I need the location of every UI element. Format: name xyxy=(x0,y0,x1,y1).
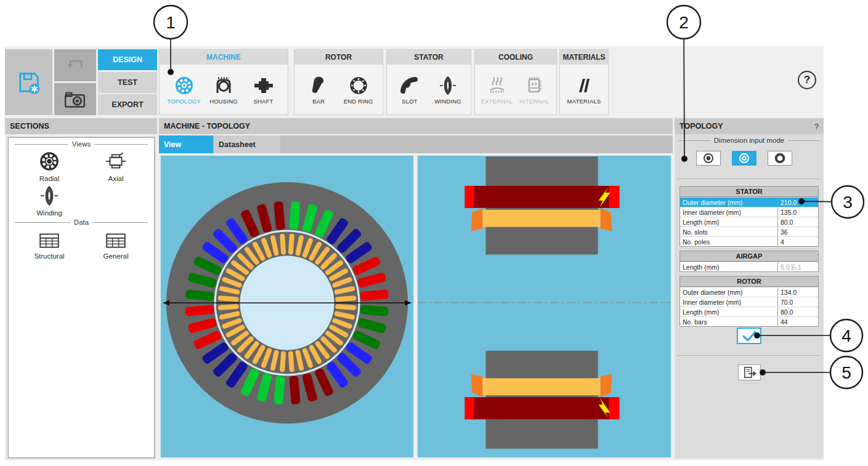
machine-group-title: MACHINE xyxy=(160,50,288,65)
ribbon-item-winding[interactable]: WINDING xyxy=(430,75,466,105)
data-legend: Data xyxy=(15,219,148,226)
row-value[interactable]: 70.0 xyxy=(777,297,818,307)
export-topology-button[interactable] xyxy=(738,364,761,380)
ribbon-group-materials: MATERIALS MATERIALS xyxy=(559,49,609,115)
export-document-icon xyxy=(742,366,758,379)
row-value[interactable]: 4 xyxy=(777,237,818,246)
row-value[interactable]: 80.0 xyxy=(777,307,818,316)
ribbon-item-internal-cooling: INTERNAL xyxy=(516,75,552,105)
table-row[interactable]: Outer diameter (mm)134.0 xyxy=(680,287,818,297)
callout-number: 3 xyxy=(843,193,853,212)
ring-dot-radio-icon xyxy=(739,153,750,164)
save-button[interactable] xyxy=(5,49,52,115)
ribbon-item-slot[interactable]: SLOT xyxy=(392,75,428,105)
rotor-bar-icon xyxy=(308,75,329,96)
arrowhead-right xyxy=(405,300,412,306)
table-title: ROTOR xyxy=(680,276,818,287)
tab-view[interactable]: View xyxy=(159,135,213,153)
row-value[interactable]: 210.0 xyxy=(777,198,818,207)
sidebar-item-label: Axial xyxy=(108,175,124,182)
panel-help-icon[interactable]: ? xyxy=(814,122,819,131)
tab-export[interactable]: EXPORT xyxy=(98,94,157,115)
ribbon-item-label: WINDING xyxy=(434,98,461,105)
topology-panel-header: TOPOLOGY ? xyxy=(675,118,824,134)
row-label: Outer diameter (mm) xyxy=(680,199,777,206)
radial-motor-drawing xyxy=(161,156,413,457)
stator-group-title: STATOR xyxy=(387,50,471,65)
ribbon-item-materials[interactable]: MATERIALS xyxy=(566,75,602,105)
sidebar-item-axial[interactable]: Axial xyxy=(85,150,147,182)
callout-circle xyxy=(830,319,862,352)
ribbon-item-label: SHAFT xyxy=(253,98,273,105)
airgap-table: AIRGAPLength (mm)5.0 E-1 xyxy=(679,251,819,272)
table-row[interactable]: No. bars44 xyxy=(680,316,818,326)
ribbon-group-stator: STATOR SLOT WINDING xyxy=(386,49,471,115)
row-value[interactable]: 135.0 xyxy=(777,207,818,217)
sidebar-item-radial[interactable]: Radial xyxy=(18,150,80,182)
help-button[interactable]: ? xyxy=(798,71,816,89)
undo-button[interactable] xyxy=(54,49,96,81)
sidebar-item-label: Structural xyxy=(34,252,64,260)
axial-motor-drawing xyxy=(418,156,671,457)
row-value[interactable]: 134.0 xyxy=(777,287,818,297)
row-label: Length (mm) xyxy=(680,219,777,226)
camera-icon xyxy=(63,89,87,110)
save-floppy-icon xyxy=(15,69,43,96)
table-row[interactable]: Inner diameter (mm)135.0 xyxy=(680,207,818,217)
tab-design[interactable]: DESIGN xyxy=(98,49,157,70)
table-row[interactable]: No. poles4 xyxy=(680,236,818,246)
checkmark-icon xyxy=(739,329,759,343)
table-row[interactable]: Outer diameter (mm)210.0 xyxy=(680,197,818,207)
row-value[interactable]: 36 xyxy=(777,227,818,236)
housing-icon xyxy=(213,75,234,96)
table-row[interactable]: Length (mm)80.0 xyxy=(680,217,818,227)
ribbon-group-cooling: COOLING EXTERNAL xyxy=(474,49,557,115)
table-row[interactable]: Length (mm)5.0 E-1 xyxy=(680,262,818,271)
table-row[interactable]: Inner diameter (mm)70.0 xyxy=(680,297,818,307)
row-value[interactable]: 5.0 E-1 xyxy=(777,262,818,271)
materials-group-title: MATERIALS xyxy=(560,50,608,65)
sections-header: SECTIONS xyxy=(5,118,157,134)
stator-table: STATOROuter diameter (mm)210.0Inner diam… xyxy=(679,186,819,247)
table-row[interactable]: No. slots36 xyxy=(680,227,818,236)
sidebar-item-structural[interactable]: Structural xyxy=(18,231,80,260)
callout-number: 1 xyxy=(166,13,176,32)
ribbon-item-external-cooling: EXTERNAL xyxy=(479,75,515,105)
sidebar-item-label: General xyxy=(103,252,129,260)
winding-view-icon xyxy=(38,185,60,207)
row-label: No. poles xyxy=(680,238,777,246)
table-row[interactable]: Length (mm)80.0 xyxy=(680,307,818,316)
dimension-mode-diameter-button[interactable] xyxy=(696,151,721,166)
structural-table-icon xyxy=(38,231,60,250)
ribbon-item-label: HOUSING xyxy=(209,98,238,105)
ribbon-item-bar[interactable]: BAR xyxy=(301,75,336,105)
dimension-mode-ring-button[interactable] xyxy=(768,151,792,166)
thick-ring-icon xyxy=(774,153,785,164)
row-value[interactable]: 80.0 xyxy=(777,217,818,227)
ribbon-item-housing[interactable]: HOUSING xyxy=(206,75,241,105)
ribbon-item-shaft[interactable]: SHAFT xyxy=(246,75,282,105)
ribbon-item-end-ring[interactable]: END RING xyxy=(341,75,376,105)
callout-number: 4 xyxy=(842,326,851,345)
dimension-mode-radius-button[interactable] xyxy=(732,151,756,166)
materials-logo-icon xyxy=(574,75,594,96)
table-title: AIRGAP xyxy=(680,251,818,262)
row-value[interactable]: 44 xyxy=(777,317,818,326)
sidebar-item-general[interactable]: General xyxy=(85,231,147,260)
sidebar-item-label: Radial xyxy=(39,175,60,182)
radial-cross-section-view[interactable] xyxy=(160,155,414,458)
axial-cross-section-view[interactable] xyxy=(417,155,671,458)
tab-datasheet[interactable]: Datasheet xyxy=(214,135,280,153)
panel-separator xyxy=(677,355,821,356)
ribbon-item-topology[interactable]: TOPOLOGY xyxy=(166,75,202,105)
sidebar-item-winding[interactable]: Winding xyxy=(18,185,80,217)
topology-panel-title: TOPOLOGY xyxy=(679,122,723,131)
ribbon-item-label: EXTERNAL xyxy=(481,98,513,105)
apply-dimensions-button[interactable] xyxy=(737,327,761,344)
screenshot-button[interactable] xyxy=(54,83,96,115)
sidebar-item-label: Winding xyxy=(36,209,62,217)
radial-view-icon xyxy=(38,150,60,172)
screen: DESIGN TEST EXPORT MACHINE TOPOLOGY xyxy=(0,0,868,466)
filled-dot-radio-icon xyxy=(703,153,714,164)
tab-test[interactable]: TEST xyxy=(98,72,157,93)
